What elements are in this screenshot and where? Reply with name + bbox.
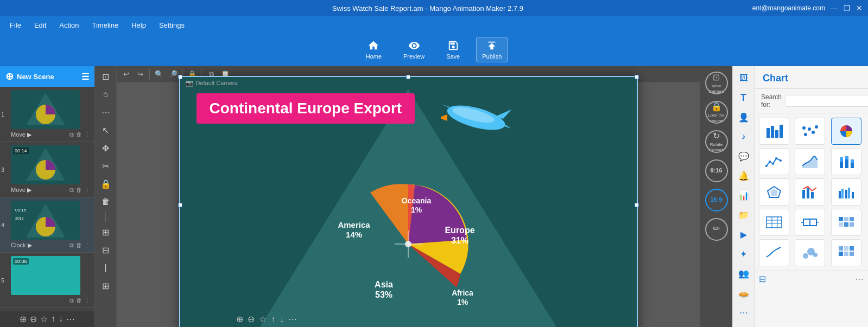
chart-scatter[interactable]	[795, 118, 825, 145]
restore-button[interactable]: ❐	[844, 4, 851, 12]
handle-top-left[interactable]	[178, 75, 182, 79]
chart-heatmap[interactable]	[831, 209, 861, 236]
chart-polygon[interactable]	[759, 178, 789, 206]
copy-icon-5[interactable]: ⧉	[69, 297, 74, 304]
more-icon-5[interactable]: ⋮	[84, 297, 90, 304]
close-button[interactable]: ✕	[856, 4, 863, 12]
chart-table[interactable]	[759, 209, 789, 236]
publish-button[interactable]: Publish	[476, 37, 508, 62]
more-tool[interactable]: ⋯	[98, 105, 113, 120]
copy-icon-4[interactable]: ⧉	[69, 242, 74, 249]
bottom-down-icon[interactable]: ↓	[280, 315, 284, 324]
copy-icon[interactable]: ⧉	[69, 131, 74, 138]
scene-thumb-4[interactable]: 00:15 2012	[11, 201, 80, 240]
handle-top-right[interactable]	[635, 75, 639, 79]
menu-help[interactable]: Help	[126, 19, 151, 31]
chart-bar[interactable]	[759, 118, 789, 145]
list-icon[interactable]: ☰	[81, 72, 89, 82]
lock-tool[interactable]: 🔒	[98, 176, 113, 191]
preview-button[interactable]: Preview	[398, 37, 430, 62]
chart-matrix[interactable]	[831, 239, 861, 266]
rs-person2-icon[interactable]: 👥	[736, 266, 751, 281]
bottom-star-icon[interactable]: ☆	[259, 314, 267, 324]
bottom-up-icon[interactable]: ↑	[271, 315, 275, 324]
more-scenes-icon[interactable]: ⋯	[66, 314, 75, 324]
chart-area-smooth[interactable]	[795, 148, 825, 175]
chart-stacked-bar[interactable]	[831, 148, 861, 175]
move-up-icon[interactable]: ↑	[51, 314, 55, 324]
rs-notification-icon[interactable]: 🔔	[736, 168, 751, 183]
rs-text-icon[interactable]: T	[736, 90, 751, 105]
chart-search-input[interactable]	[785, 95, 868, 107]
add-scene-icon[interactable]: ⊕	[20, 314, 27, 324]
undo-button[interactable]: ↩	[119, 68, 132, 81]
menu-settings[interactable]: Settings	[154, 19, 190, 31]
delete-icon-5[interactable]: 🗑	[76, 297, 82, 304]
delete-icon[interactable]: 🗑	[76, 131, 82, 138]
more-icon-4[interactable]: ⋮	[84, 242, 90, 249]
aspect-916-button[interactable]: 9:16	[705, 159, 728, 182]
move-tool[interactable]: ✥	[98, 140, 113, 156]
main-canvas[interactable]: 📷 Default Camera Continental Europe Expo…	[179, 76, 638, 328]
save-button[interactable]: Save	[441, 37, 465, 62]
home-button[interactable]: Home	[360, 37, 387, 62]
bottom-more-icon[interactable]: ⋯	[288, 314, 297, 324]
delete-icon-4[interactable]: 🗑	[76, 242, 82, 249]
rp-layout-icon[interactable]: ⊟	[759, 274, 766, 284]
scene-thumb-1[interactable]	[11, 90, 80, 129]
rs-folder-icon[interactable]: 📁	[736, 207, 751, 222]
chart-trend[interactable]	[759, 239, 789, 266]
chart-bar-line[interactable]	[795, 178, 825, 206]
rs-person-icon[interactable]: 👤	[736, 110, 751, 125]
minimize-button[interactable]: —	[831, 4, 838, 12]
menu-action[interactable]: Action	[54, 19, 84, 31]
home-tool[interactable]: ⌂	[98, 87, 113, 102]
grid-tool[interactable]: ⊞	[98, 225, 113, 240]
delete-scene-icon[interactable]: ⊖	[30, 314, 37, 324]
scene-thumb-5[interactable]: 00:06	[11, 256, 80, 295]
chart-title-box[interactable]: Continental Europe Export	[197, 93, 415, 124]
rs-video-icon[interactable]: ▶	[736, 227, 751, 242]
handle-middle-right[interactable]	[635, 203, 639, 207]
bottom-add-icon[interactable]: ⊕	[236, 314, 243, 324]
menu-file[interactable]: File	[4, 19, 27, 31]
rs-chart-icon[interactable]: 📊	[736, 188, 751, 203]
rs-music-icon[interactable]: ♪	[736, 129, 751, 144]
cut-tool[interactable]: ✂	[98, 158, 113, 174]
view-camera-button[interactable]: ⊡ View Camera	[705, 72, 728, 94]
rs-chat-icon[interactable]: 💬	[736, 149, 751, 164]
rs-pie-icon[interactable]: 🥧	[736, 285, 751, 300]
chart-box[interactable]	[795, 209, 825, 236]
rp-more-icon[interactable]: ⋯	[855, 274, 864, 284]
more-icon[interactable]: ⋮	[84, 131, 90, 138]
delete-icon-3[interactable]: 🗑	[76, 187, 82, 194]
rotate-canvas-button[interactable]: ↻ Rotate Canvas	[705, 130, 728, 153]
pointer-tool[interactable]: ↖	[98, 123, 113, 138]
menu-timeline[interactable]: Timeline	[87, 19, 124, 31]
align-tool[interactable]: ⊟	[98, 242, 113, 258]
format-tool[interactable]: ⊞	[98, 278, 113, 293]
handle-middle-left[interactable]	[178, 203, 182, 207]
edit-mode-button[interactable]: ✏	[705, 218, 728, 241]
rs-image-icon[interactable]: 🖼	[736, 70, 751, 86]
trash-tool[interactable]: 🗑	[98, 194, 113, 209]
aspect-169-button[interactable]: 16:9	[705, 189, 728, 211]
chart-pie[interactable]	[831, 118, 861, 145]
move-down-icon[interactable]: ↓	[59, 314, 63, 324]
select-tool[interactable]: ⊡	[98, 69, 113, 84]
handle-top-center[interactable]	[406, 75, 410, 79]
scene-thumb-3[interactable]: 00:14	[11, 145, 80, 184]
sep-tool[interactable]: |	[98, 260, 113, 275]
zoom-in-button[interactable]: 🔍	[153, 68, 166, 81]
bottom-remove-icon[interactable]: ⊖	[248, 314, 255, 324]
copy-icon-3[interactable]: ⧉	[69, 187, 74, 194]
chart-bubble[interactable]	[795, 239, 825, 266]
rs-more-icon[interactable]: ⋯	[736, 305, 751, 320]
chart-grouped[interactable]	[831, 178, 861, 206]
new-scene-button[interactable]: ⊕ New Scene ☰	[0, 66, 94, 87]
menu-edit[interactable]: Edit	[29, 19, 52, 31]
chart-line[interactable]	[759, 148, 789, 175]
pie-chart-container[interactable]: Oceania 1% Europe 31% Africa 1% Asia 53%…	[321, 163, 495, 317]
redo-button[interactable]: ↪	[134, 68, 147, 81]
lock-canvas-button[interactable]: 🔒 Lock the canvas	[705, 101, 728, 124]
